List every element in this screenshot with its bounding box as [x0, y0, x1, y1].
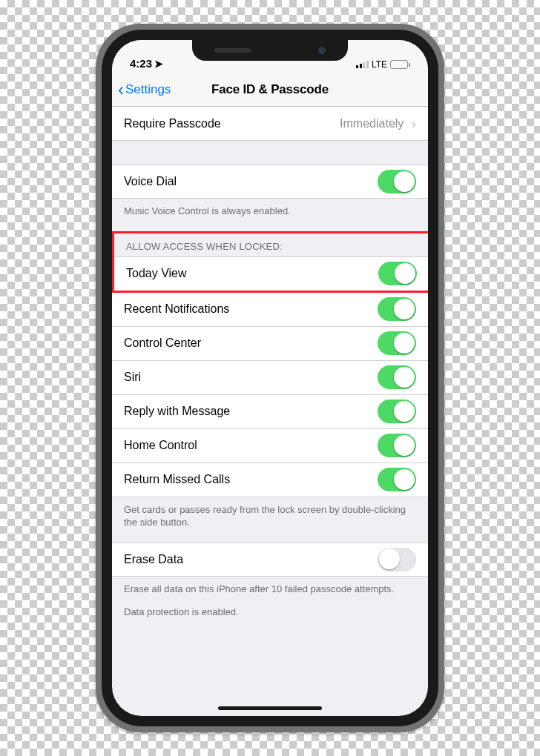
back-button[interactable]: ‹ Settings: [118, 81, 171, 99]
row-siri[interactable]: Siri: [112, 361, 428, 395]
erase-data-label: Erase Data: [124, 553, 378, 566]
row-reply-message[interactable]: Reply with Message: [112, 395, 428, 429]
navigation-bar: ‹ Settings Face ID & Passcode: [112, 73, 428, 107]
front-camera: [318, 47, 326, 54]
control-center-label: Control Center: [124, 336, 378, 350]
today-view-label: Today View: [126, 267, 378, 280]
missed-calls-toggle[interactable]: [378, 468, 416, 491]
location-icon: ➤: [154, 58, 163, 70]
siri-toggle[interactable]: [378, 365, 416, 389]
status-left: 4:23 ➤: [130, 57, 163, 70]
notch: [192, 40, 348, 61]
home-indicator[interactable]: [218, 706, 322, 710]
screen: 4:23 ➤ LTE ‹ Settings Face ID & Passcode: [112, 40, 428, 716]
siri-label: Siri: [124, 371, 378, 384]
section-gap: [112, 141, 428, 165]
row-control-center[interactable]: Control Center: [112, 327, 428, 361]
status-time: 4:23: [130, 57, 152, 70]
network-label: LTE: [372, 59, 387, 70]
control-center-toggle[interactable]: [378, 331, 416, 355]
page-title: Face ID & Passcode: [211, 82, 329, 97]
highlight-annotation: Allow Access When Locked: Today View: [112, 231, 428, 293]
reply-message-label: Reply with Message: [124, 405, 378, 418]
voice-dial-footer: Music Voice Control is always enabled.: [112, 199, 428, 231]
require-passcode-value: Immediately ›: [340, 115, 416, 132]
allow-access-header: Allow Access When Locked:: [114, 233, 428, 256]
row-today-view[interactable]: Today View: [114, 256, 428, 291]
row-erase-data[interactable]: Erase Data: [112, 543, 428, 577]
chevron-left-icon: ‹: [118, 81, 124, 99]
allow-access-footer: Get cards or passes ready from the lock …: [112, 497, 428, 543]
signal-icon: [356, 61, 369, 68]
row-require-passcode[interactable]: Require Passcode Immediately ›: [112, 107, 428, 141]
missed-calls-label: Return Missed Calls: [124, 473, 378, 486]
home-control-label: Home Control: [124, 439, 378, 452]
recent-notifications-toggle[interactable]: [378, 297, 416, 321]
erase-footer-2: Data protection is enabled.: [112, 603, 428, 632]
battery-icon: [390, 60, 410, 69]
status-right: LTE: [356, 59, 410, 70]
speaker-grille: [214, 48, 251, 53]
erase-data-toggle[interactable]: [378, 548, 416, 571]
row-home-control[interactable]: Home Control: [112, 429, 428, 463]
settings-content[interactable]: Require Passcode Immediately › Voice Dia…: [112, 107, 428, 716]
phone-frame: 4:23 ➤ LTE ‹ Settings Face ID & Passcode: [96, 24, 444, 732]
today-view-toggle[interactable]: [378, 262, 417, 285]
voice-dial-toggle[interactable]: [378, 170, 416, 193]
home-control-toggle[interactable]: [378, 434, 416, 457]
chevron-right-icon: ›: [411, 115, 416, 132]
recent-notifications-label: Recent Notifications: [124, 302, 378, 316]
back-label: Settings: [125, 82, 171, 97]
row-recent-notifications[interactable]: Recent Notifications: [112, 293, 428, 327]
erase-footer-1: Erase all data on this iPhone after 10 f…: [112, 577, 428, 603]
voice-dial-label: Voice Dial: [124, 175, 378, 188]
reply-message-toggle[interactable]: [378, 399, 416, 423]
require-passcode-label: Require Passcode: [124, 117, 340, 130]
phone-bezel: 4:23 ➤ LTE ‹ Settings Face ID & Passcode: [102, 30, 438, 726]
row-missed-calls[interactable]: Return Missed Calls: [112, 463, 428, 497]
row-voice-dial[interactable]: Voice Dial: [112, 165, 428, 199]
